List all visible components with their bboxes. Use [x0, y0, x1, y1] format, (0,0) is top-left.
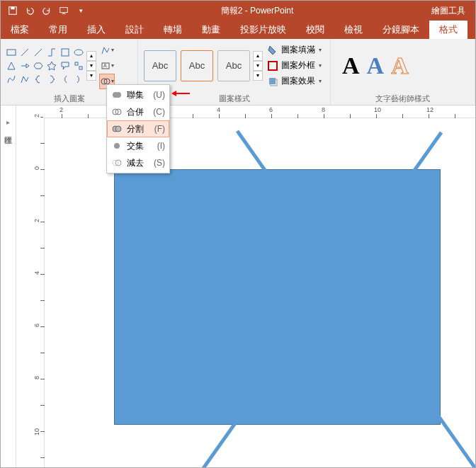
- tab-review[interactable]: 校閱: [296, 21, 334, 39]
- menu-item-subtract[interactable]: 減去 (S): [107, 154, 169, 171]
- shape-rbrace[interactable]: [45, 73, 58, 86]
- menu-label: 聯集: [127, 89, 149, 101]
- slideshow-button[interactable]: [56, 3, 72, 18]
- merge-shapes-menu: 聯集 (U) 合併 (C) 分割 (F) 交集 (I) 減去 (S): [106, 84, 170, 173]
- menu-accel: (F): [154, 124, 165, 134]
- shape-rectangle[interactable]: [114, 169, 441, 425]
- shape-connector[interactable]: [45, 46, 58, 59]
- undo-button[interactable]: [22, 3, 38, 18]
- wordart-sample-1[interactable]: A: [342, 52, 360, 79]
- shape-format-buttons: 圖案填滿▾ 圖案外框▾ 圖案效果▾: [263, 41, 326, 91]
- shape-hex[interactable]: [32, 59, 45, 72]
- union-icon: [111, 89, 123, 101]
- intersect-icon: [111, 140, 123, 152]
- window-title: 簡報2 - PowerPoint: [93, 5, 421, 17]
- ribbon-tabs: 檔案 常用 插入 設計 轉場 動畫 投影片放映 校閱 檢視 分鏡腳本 格式: [1, 21, 475, 39]
- style-sample-2[interactable]: Abc: [181, 50, 213, 81]
- shape-line[interactable]: [18, 46, 31, 59]
- svg-line-4: [21, 49, 28, 56]
- style-sample-3[interactable]: Abc: [217, 50, 250, 81]
- menu-item-intersect[interactable]: 交集 (I): [107, 137, 169, 154]
- shape-freeform[interactable]: [18, 73, 31, 86]
- style-nav-more[interactable]: ▾: [253, 71, 263, 81]
- shapes-nav-down[interactable]: ▾: [86, 61, 96, 71]
- shape-effects-button[interactable]: 圖案效果▾: [264, 74, 324, 89]
- menu-item-combine[interactable]: 合併 (C): [107, 103, 169, 120]
- edit-shape-button[interactable]: ▾: [99, 42, 115, 58]
- style-gallery-nav: ▴ ▾ ▾: [253, 51, 263, 81]
- tab-format[interactable]: 格式: [429, 21, 468, 39]
- shapes-gallery[interactable]: [4, 45, 86, 87]
- fragment-icon: [111, 123, 123, 135]
- ruler-vertical: 20246810: [32, 105, 45, 467]
- group-label-wordart: 文字藝術師樣式: [331, 92, 475, 105]
- text-box-button[interactable]: A▾: [99, 58, 115, 74]
- effects-label: 圖案效果: [281, 75, 315, 87]
- menu-accel: (I): [157, 141, 165, 151]
- ribbon: ▴ ▾ ▾ ▾ A▾ ▾ 插入圖案 Abc Abc Abc ▴ ▾ ▾: [1, 39, 475, 105]
- tab-design[interactable]: 設計: [115, 21, 154, 39]
- style-nav-up[interactable]: ▴: [253, 51, 263, 61]
- style-gallery[interactable]: Abc Abc Abc: [141, 47, 253, 84]
- tab-slideshow[interactable]: 投影片放映: [230, 21, 296, 39]
- menu-label: 分割: [127, 123, 150, 135]
- shapes-nav-up[interactable]: ▴: [86, 51, 96, 61]
- svg-rect-15: [269, 78, 276, 84]
- shape-rparen[interactable]: [72, 73, 85, 86]
- tab-animations[interactable]: 動畫: [192, 21, 230, 39]
- redo-button[interactable]: [39, 3, 55, 18]
- shape-callout[interactable]: [59, 59, 72, 72]
- tab-view[interactable]: 檢視: [334, 21, 373, 39]
- shapes-gallery-nav: ▴ ▾ ▾: [86, 51, 96, 81]
- shape-triangle[interactable]: [5, 59, 18, 72]
- wordart-sample-2[interactable]: A: [367, 52, 385, 79]
- shape-arrow[interactable]: [18, 59, 31, 72]
- svg-point-7: [74, 50, 83, 55]
- svg-point-22: [115, 126, 121, 132]
- tab-insert[interactable]: 插入: [77, 21, 115, 39]
- wordart-sample-3[interactable]: A: [391, 52, 409, 79]
- tab-transitions[interactable]: 轉場: [154, 21, 192, 39]
- wordart-gallery[interactable]: A A A: [334, 47, 417, 85]
- shape-lbrace[interactable]: [32, 73, 45, 86]
- shapes-nav-more[interactable]: ▾: [86, 71, 96, 81]
- style-nav-down[interactable]: ▾: [253, 61, 263, 71]
- shape-line2[interactable]: [32, 46, 45, 59]
- menu-accel: (C): [153, 107, 165, 117]
- quick-access-toolbar: ▾: [1, 3, 93, 18]
- shape-star[interactable]: [45, 59, 58, 72]
- menu-accel: (U): [153, 90, 165, 100]
- shape-outline-button[interactable]: 圖案外框▾: [264, 58, 324, 74]
- shape-fill-button[interactable]: 圖案填滿▾: [264, 42, 324, 58]
- shape-more[interactable]: [72, 59, 85, 72]
- shape-rect2[interactable]: [59, 46, 72, 59]
- tab-file[interactable]: 檔案: [1, 21, 39, 39]
- svg-rect-14: [268, 62, 277, 70]
- svg-text:A: A: [103, 63, 107, 68]
- workspace: ▸ 匯標 20246810 202468101214: [1, 105, 475, 467]
- menu-item-fragment[interactable]: 分割 (F): [107, 120, 169, 137]
- shape-rect[interactable]: [5, 46, 18, 59]
- svg-rect-2: [60, 8, 68, 13]
- svg-point-18: [115, 92, 121, 98]
- shape-lparen[interactable]: [59, 73, 72, 86]
- ribbon-group-wordart: A A A 文字藝術師樣式: [331, 39, 475, 105]
- svg-rect-3: [7, 50, 16, 55]
- menu-label: 交集: [127, 140, 153, 152]
- slide-panel-toggle[interactable]: ▸ 匯標: [1, 105, 16, 467]
- style-sample-1[interactable]: Abc: [144, 50, 176, 81]
- tab-home[interactable]: 常用: [39, 21, 77, 39]
- shape-oval[interactable]: [72, 46, 85, 59]
- svg-rect-1: [11, 7, 14, 10]
- outline-label: 圖案外框: [281, 59, 315, 72]
- chevron-right-icon: ▸: [6, 118, 10, 126]
- menu-label: 減去: [127, 157, 149, 169]
- menu-accel: (S): [154, 158, 165, 168]
- qat-customize-button[interactable]: ▾: [73, 3, 89, 18]
- svg-rect-6: [62, 49, 69, 56]
- save-button[interactable]: [5, 3, 21, 18]
- menu-item-union[interactable]: 聯集 (U): [107, 86, 169, 103]
- shape-curve[interactable]: [5, 73, 18, 86]
- tab-storyboard[interactable]: 分鏡腳本: [373, 21, 429, 39]
- svg-rect-9: [79, 67, 82, 69]
